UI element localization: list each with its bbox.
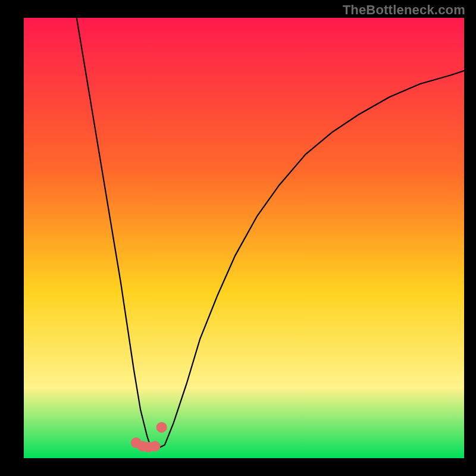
- bottleneck-chart: [24, 18, 464, 458]
- highlight-dot: [150, 441, 161, 452]
- chart-frame: { "watermark": "TheBottleneck.com", "col…: [0, 0, 476, 476]
- highlight-dot: [156, 422, 167, 433]
- gradient-background: [24, 18, 464, 458]
- watermark-text: TheBottleneck.com: [343, 2, 465, 18]
